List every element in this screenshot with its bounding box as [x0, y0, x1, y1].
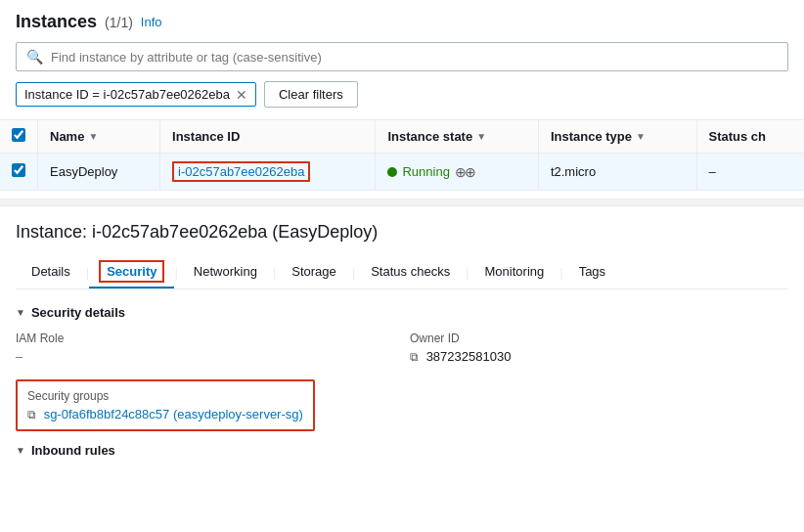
- tab-status-checks[interactable]: Status checks: [355, 256, 466, 288]
- tab-monitoring[interactable]: Monitoring: [469, 256, 560, 288]
- owner-id-value: ⧉ 387232581030: [410, 349, 788, 364]
- security-details-label: Security details: [31, 305, 125, 320]
- filter-tag: Instance ID = i-02c57ab7ee0262eba ✕: [16, 82, 256, 107]
- col-instance-type: Instance type ▼: [538, 120, 696, 154]
- row-type: t2.micro: [538, 154, 696, 191]
- tab-networking[interactable]: Networking: [178, 256, 273, 288]
- triangle-icon: ▼: [16, 307, 25, 318]
- filter-tag-text: Instance ID = i-02c57ab7ee0262eba: [24, 87, 230, 102]
- row-instance-id[interactable]: i-02c57ab7ee0262eba: [160, 154, 376, 191]
- row-name: EasyDeploy: [38, 154, 160, 191]
- instance-id-value[interactable]: i-02c57ab7ee0262eba: [172, 161, 310, 182]
- tab-security[interactable]: Security: [89, 256, 174, 288]
- bottom-section: Instance: i-02c57ab7ee0262eba (EasyDeplo…: [0, 206, 804, 458]
- filter-close-icon[interactable]: ✕: [236, 88, 247, 102]
- iam-role-value: –: [16, 349, 394, 364]
- table-row[interactable]: EasyDeploy i-02c57ab7ee0262eba Running ⊕…: [0, 154, 804, 191]
- sg-label: Security groups: [27, 389, 303, 403]
- security-groups-container: Security groups ⧉ sg-0fa6fb8bf24c88c57 (…: [16, 379, 788, 435]
- select-all-header[interactable]: [0, 120, 38, 154]
- security-details-toggle[interactable]: ▼ Security details: [16, 305, 788, 320]
- info-link[interactable]: Info: [141, 15, 162, 29]
- inbound-rules-label: Inbound rules: [31, 443, 115, 458]
- instances-count: (1/1): [105, 15, 133, 30]
- tab-storage[interactable]: Storage: [276, 256, 352, 288]
- inbound-rules-toggle[interactable]: ▼ Inbound rules: [16, 443, 788, 458]
- clear-filters-button[interactable]: Clear filters: [264, 81, 358, 108]
- sg-copy-icon[interactable]: ⧉: [27, 408, 36, 421]
- search-bar: 🔍: [16, 42, 788, 71]
- state-label: Running: [402, 164, 449, 179]
- col-status: Status ch: [696, 120, 804, 154]
- running-dot-icon: [387, 167, 397, 177]
- row-checkbox-cell[interactable]: [0, 154, 38, 191]
- detail-tabs: Details | Security | Networking | Storag…: [16, 256, 788, 289]
- page-title: Instances: [16, 12, 97, 32]
- filter-row: Instance ID = i-02c57ab7ee0262eba ✕ Clea…: [16, 81, 788, 108]
- tab-details[interactable]: Details: [16, 256, 86, 288]
- security-tab-highlight: Security: [99, 260, 164, 283]
- section-divider: [0, 199, 804, 206]
- sg-name: (easydeploy-server-sg): [173, 407, 303, 421]
- tab-tags[interactable]: Tags: [563, 256, 621, 288]
- row-checkbox[interactable]: [12, 163, 25, 177]
- owner-id-copy-icon[interactable]: ⧉: [410, 350, 419, 364]
- instances-table: Name ▼ Instance ID Instance state ▼ Inst…: [0, 120, 804, 191]
- col-name: Name ▼: [38, 120, 160, 154]
- search-input[interactable]: [51, 50, 778, 65]
- owner-id-item: Owner ID ⧉ 387232581030: [410, 332, 788, 364]
- inbound-triangle-icon: ▼: [16, 445, 25, 456]
- sg-id-link[interactable]: sg-0fa6fb8bf24c88c57: [44, 407, 170, 421]
- security-groups-box: Security groups ⧉ sg-0fa6fb8bf24c88c57 (…: [16, 379, 315, 431]
- instance-detail-heading: Instance: i-02c57ab7ee0262eba (EasyDeplo…: [16, 222, 788, 243]
- owner-id-label: Owner ID: [410, 332, 788, 345]
- col-instance-state: Instance state ▼: [376, 120, 538, 154]
- zoom-icons: ⊕⊕: [455, 164, 474, 180]
- row-state: Running ⊕⊕: [376, 154, 538, 191]
- iam-role-item: IAM Role –: [16, 332, 394, 364]
- sg-entry: ⧉ sg-0fa6fb8bf24c88c57 (easydeploy-serve…: [27, 407, 303, 421]
- security-section: ▼ Security details IAM Role – Owner ID ⧉…: [16, 305, 788, 458]
- security-details-grid: IAM Role – Owner ID ⧉ 387232581030: [16, 332, 788, 364]
- state-sort-icon[interactable]: ▼: [476, 131, 486, 142]
- row-status: –: [696, 154, 804, 191]
- col-instance-id: Instance ID: [160, 120, 376, 154]
- iam-role-label: IAM Role: [16, 332, 394, 345]
- select-all-checkbox[interactable]: [12, 128, 25, 142]
- type-sort-icon[interactable]: ▼: [636, 131, 646, 142]
- name-sort-icon[interactable]: ▼: [88, 131, 98, 142]
- search-icon: 🔍: [26, 49, 43, 65]
- instances-table-container: Name ▼ Instance ID Instance state ▼ Inst…: [0, 119, 804, 191]
